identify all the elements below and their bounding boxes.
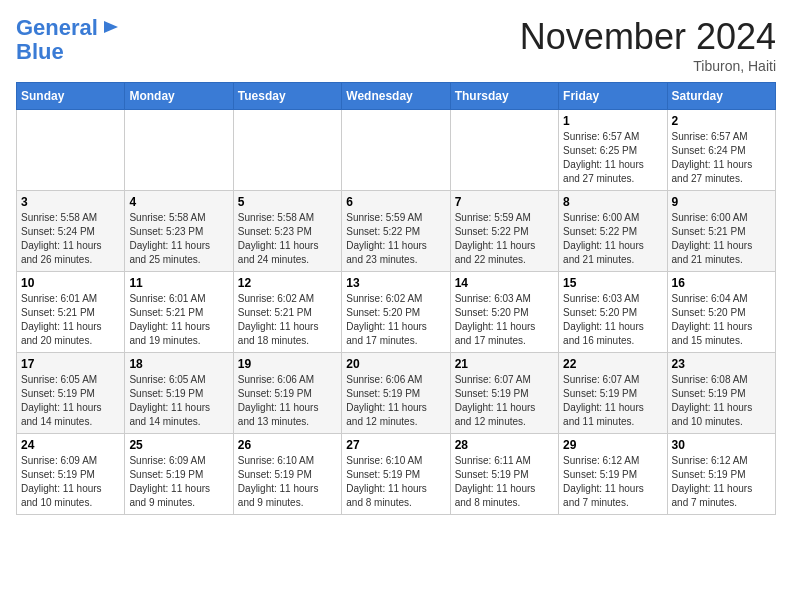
calendar-cell: 23Sunrise: 6:08 AMSunset: 5:19 PMDayligh…: [667, 353, 775, 434]
day-info: Sunrise: 6:12 AMSunset: 5:19 PMDaylight:…: [563, 454, 662, 510]
day-number: 6: [346, 195, 445, 209]
calendar-cell: [450, 110, 558, 191]
calendar-cell: 7Sunrise: 5:59 AMSunset: 5:22 PMDaylight…: [450, 191, 558, 272]
day-info: Sunrise: 6:05 AMSunset: 5:19 PMDaylight:…: [21, 373, 120, 429]
calendar-cell: 24Sunrise: 6:09 AMSunset: 5:19 PMDayligh…: [17, 434, 125, 515]
calendar-cell: [342, 110, 450, 191]
calendar-cell: 2Sunrise: 6:57 AMSunset: 6:24 PMDaylight…: [667, 110, 775, 191]
calendar-cell: 25Sunrise: 6:09 AMSunset: 5:19 PMDayligh…: [125, 434, 233, 515]
calendar-cell: 19Sunrise: 6:06 AMSunset: 5:19 PMDayligh…: [233, 353, 341, 434]
month-title: November 2024: [520, 16, 776, 58]
calendar-cell: [233, 110, 341, 191]
day-info: Sunrise: 6:03 AMSunset: 5:20 PMDaylight:…: [563, 292, 662, 348]
day-info: Sunrise: 6:09 AMSunset: 5:19 PMDaylight:…: [129, 454, 228, 510]
day-number: 24: [21, 438, 120, 452]
calendar-week-row: 3Sunrise: 5:58 AMSunset: 5:24 PMDaylight…: [17, 191, 776, 272]
day-number: 12: [238, 276, 337, 290]
day-number: 4: [129, 195, 228, 209]
day-number: 8: [563, 195, 662, 209]
calendar-cell: 26Sunrise: 6:10 AMSunset: 5:19 PMDayligh…: [233, 434, 341, 515]
day-number: 14: [455, 276, 554, 290]
calendar-cell: 15Sunrise: 6:03 AMSunset: 5:20 PMDayligh…: [559, 272, 667, 353]
page-header: General Blue November 2024 Tiburon, Hait…: [16, 16, 776, 74]
calendar-cell: 14Sunrise: 6:03 AMSunset: 5:20 PMDayligh…: [450, 272, 558, 353]
day-info: Sunrise: 6:07 AMSunset: 5:19 PMDaylight:…: [563, 373, 662, 429]
calendar-cell: 4Sunrise: 5:58 AMSunset: 5:23 PMDaylight…: [125, 191, 233, 272]
calendar-cell: 13Sunrise: 6:02 AMSunset: 5:20 PMDayligh…: [342, 272, 450, 353]
calendar-week-row: 24Sunrise: 6:09 AMSunset: 5:19 PMDayligh…: [17, 434, 776, 515]
day-info: Sunrise: 6:06 AMSunset: 5:19 PMDaylight:…: [238, 373, 337, 429]
weekday-header-monday: Monday: [125, 83, 233, 110]
calendar-cell: 30Sunrise: 6:12 AMSunset: 5:19 PMDayligh…: [667, 434, 775, 515]
day-info: Sunrise: 6:01 AMSunset: 5:21 PMDaylight:…: [129, 292, 228, 348]
weekday-header-sunday: Sunday: [17, 83, 125, 110]
day-info: Sunrise: 6:07 AMSunset: 5:19 PMDaylight:…: [455, 373, 554, 429]
day-number: 9: [672, 195, 771, 209]
day-info: Sunrise: 6:00 AMSunset: 5:21 PMDaylight:…: [672, 211, 771, 267]
day-number: 29: [563, 438, 662, 452]
day-number: 17: [21, 357, 120, 371]
calendar-cell: 27Sunrise: 6:10 AMSunset: 5:19 PMDayligh…: [342, 434, 450, 515]
logo-arrow-icon: [102, 18, 120, 36]
calendar-cell: 1Sunrise: 6:57 AMSunset: 6:25 PMDaylight…: [559, 110, 667, 191]
day-number: 2: [672, 114, 771, 128]
day-number: 25: [129, 438, 228, 452]
day-info: Sunrise: 5:59 AMSunset: 5:22 PMDaylight:…: [346, 211, 445, 267]
calendar-cell: 28Sunrise: 6:11 AMSunset: 5:19 PMDayligh…: [450, 434, 558, 515]
day-number: 18: [129, 357, 228, 371]
weekday-header-tuesday: Tuesday: [233, 83, 341, 110]
calendar-cell: 17Sunrise: 6:05 AMSunset: 5:19 PMDayligh…: [17, 353, 125, 434]
day-info: Sunrise: 6:06 AMSunset: 5:19 PMDaylight:…: [346, 373, 445, 429]
day-info: Sunrise: 6:11 AMSunset: 5:19 PMDaylight:…: [455, 454, 554, 510]
day-number: 15: [563, 276, 662, 290]
calendar-cell: 20Sunrise: 6:06 AMSunset: 5:19 PMDayligh…: [342, 353, 450, 434]
day-info: Sunrise: 6:08 AMSunset: 5:19 PMDaylight:…: [672, 373, 771, 429]
day-number: 28: [455, 438, 554, 452]
day-info: Sunrise: 6:12 AMSunset: 5:19 PMDaylight:…: [672, 454, 771, 510]
weekday-header-thursday: Thursday: [450, 83, 558, 110]
calendar-header-row: SundayMondayTuesdayWednesdayThursdayFrid…: [17, 83, 776, 110]
day-number: 26: [238, 438, 337, 452]
day-number: 13: [346, 276, 445, 290]
day-number: 27: [346, 438, 445, 452]
day-number: 20: [346, 357, 445, 371]
day-info: Sunrise: 6:01 AMSunset: 5:21 PMDaylight:…: [21, 292, 120, 348]
title-block: November 2024 Tiburon, Haiti: [520, 16, 776, 74]
calendar-cell: 3Sunrise: 5:58 AMSunset: 5:24 PMDaylight…: [17, 191, 125, 272]
calendar-cell: 10Sunrise: 6:01 AMSunset: 5:21 PMDayligh…: [17, 272, 125, 353]
calendar-table: SundayMondayTuesdayWednesdayThursdayFrid…: [16, 82, 776, 515]
calendar-cell: 6Sunrise: 5:59 AMSunset: 5:22 PMDaylight…: [342, 191, 450, 272]
day-number: 21: [455, 357, 554, 371]
day-info: Sunrise: 5:58 AMSunset: 5:24 PMDaylight:…: [21, 211, 120, 267]
day-info: Sunrise: 5:58 AMSunset: 5:23 PMDaylight:…: [238, 211, 337, 267]
day-info: Sunrise: 6:09 AMSunset: 5:19 PMDaylight:…: [21, 454, 120, 510]
weekday-header-wednesday: Wednesday: [342, 83, 450, 110]
day-number: 5: [238, 195, 337, 209]
day-number: 11: [129, 276, 228, 290]
day-info: Sunrise: 6:04 AMSunset: 5:20 PMDaylight:…: [672, 292, 771, 348]
calendar-cell: 5Sunrise: 5:58 AMSunset: 5:23 PMDaylight…: [233, 191, 341, 272]
calendar-cell: 29Sunrise: 6:12 AMSunset: 5:19 PMDayligh…: [559, 434, 667, 515]
day-number: 16: [672, 276, 771, 290]
calendar-week-row: 10Sunrise: 6:01 AMSunset: 5:21 PMDayligh…: [17, 272, 776, 353]
day-number: 1: [563, 114, 662, 128]
svg-marker-0: [104, 21, 118, 33]
calendar-body: 1Sunrise: 6:57 AMSunset: 6:25 PMDaylight…: [17, 110, 776, 515]
day-number: 7: [455, 195, 554, 209]
day-number: 3: [21, 195, 120, 209]
location-subtitle: Tiburon, Haiti: [520, 58, 776, 74]
calendar-week-row: 17Sunrise: 6:05 AMSunset: 5:19 PMDayligh…: [17, 353, 776, 434]
weekday-header-saturday: Saturday: [667, 83, 775, 110]
logo: General Blue: [16, 16, 120, 64]
calendar-cell: 12Sunrise: 6:02 AMSunset: 5:21 PMDayligh…: [233, 272, 341, 353]
day-info: Sunrise: 6:57 AMSunset: 6:24 PMDaylight:…: [672, 130, 771, 186]
calendar-week-row: 1Sunrise: 6:57 AMSunset: 6:25 PMDaylight…: [17, 110, 776, 191]
day-info: Sunrise: 6:02 AMSunset: 5:21 PMDaylight:…: [238, 292, 337, 348]
calendar-cell: [125, 110, 233, 191]
day-info: Sunrise: 5:59 AMSunset: 5:22 PMDaylight:…: [455, 211, 554, 267]
calendar-cell: 21Sunrise: 6:07 AMSunset: 5:19 PMDayligh…: [450, 353, 558, 434]
calendar-cell: 9Sunrise: 6:00 AMSunset: 5:21 PMDaylight…: [667, 191, 775, 272]
day-info: Sunrise: 5:58 AMSunset: 5:23 PMDaylight:…: [129, 211, 228, 267]
day-number: 10: [21, 276, 120, 290]
day-info: Sunrise: 6:10 AMSunset: 5:19 PMDaylight:…: [346, 454, 445, 510]
